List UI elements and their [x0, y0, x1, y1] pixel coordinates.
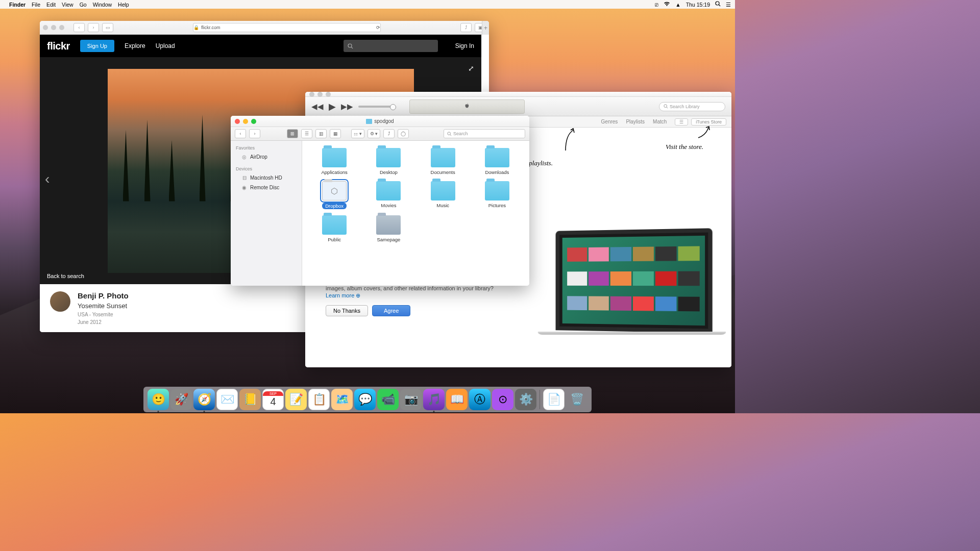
flickr-search-input[interactable] — [344, 40, 438, 52]
library-search-input[interactable]: Search Library — [659, 102, 725, 111]
address-bar[interactable]: 🔒 flickr.com ⟳ — [193, 23, 381, 32]
menu-bar: Finder File Edit View Go Window Help ⎚ ▲… — [0, 0, 735, 9]
back-button[interactable]: ‹ — [74, 23, 85, 32]
zoom-button[interactable] — [59, 25, 64, 30]
dock-contacts[interactable]: 📒 — [239, 389, 261, 410]
minimize-button[interactable] — [243, 119, 248, 124]
author-avatar[interactable] — [50, 291, 70, 312]
view-icon-button[interactable]: ⊞ — [287, 129, 298, 138]
play-button[interactable]: ▶ — [329, 101, 336, 112]
finder-search-input[interactable]: Search — [444, 129, 525, 138]
tags-button[interactable]: ◯ — [398, 129, 409, 138]
dock-mail[interactable]: ✉️ — [216, 389, 238, 410]
dock-calendar[interactable]: SEP 4 — [262, 389, 284, 410]
folder-desktop[interactable]: Desktop — [363, 148, 413, 175]
disk-icon: ⊟ — [241, 174, 248, 181]
learn-more-link[interactable]: Learn more ⊕ — [326, 292, 520, 299]
dock-document[interactable]: 📄 — [543, 389, 565, 410]
view-coverflow-button[interactable]: ▦ — [330, 129, 341, 138]
folder-dropbox[interactable]: Dropbox — [309, 181, 359, 209]
dock-system-preferences[interactable]: ⚙️ — [515, 389, 536, 410]
minimize-button[interactable] — [51, 25, 56, 30]
zoom-button[interactable] — [326, 92, 331, 97]
close-button[interactable] — [43, 25, 48, 30]
sidebar-button[interactable]: ▭ — [102, 23, 113, 32]
fullscreen-icon[interactable]: ⤢ — [468, 64, 474, 72]
author-name[interactable]: Benji P. Photo — [78, 291, 129, 300]
close-button[interactable] — [235, 119, 240, 124]
list-button[interactable]: ☰ — [675, 118, 688, 126]
folder-public[interactable]: Public — [309, 215, 359, 242]
folder-label: Applications — [322, 169, 348, 175]
nav-upload[interactable]: Upload — [156, 42, 175, 49]
airplay-icon[interactable]: ⎚ — [655, 2, 658, 8]
folder-movies[interactable]: Movies — [363, 181, 413, 209]
tab-playlists[interactable]: Playlists — [626, 119, 645, 124]
arrange-button[interactable]: ⚏ ▾ — [351, 129, 364, 138]
forward-button[interactable]: ▶▶ — [341, 102, 353, 111]
wifi-icon[interactable] — [664, 2, 670, 8]
menu-view[interactable]: View — [62, 2, 74, 8]
share-button[interactable]: ⤴ — [383, 129, 395, 138]
menu-help[interactable]: Help — [118, 2, 129, 8]
close-button[interactable] — [309, 92, 314, 97]
dock-reminders[interactable]: 📋 — [308, 389, 330, 410]
dock-safari[interactable]: 🧭 — [193, 389, 215, 410]
prev-photo-button[interactable]: ‹ — [45, 171, 50, 187]
dock-maps[interactable]: 🗺️ — [331, 389, 353, 410]
folder-applications[interactable]: Applications — [309, 148, 359, 175]
volume-icon[interactable]: ▲ — [675, 2, 680, 8]
dock-appstore[interactable]: Ⓐ — [469, 389, 491, 410]
dock-messages[interactable]: 💬 — [354, 389, 376, 410]
dock-facetime[interactable]: 📹 — [377, 389, 399, 410]
flickr-logo[interactable]: flickr — [47, 40, 70, 52]
clock[interactable]: Thu 15:19 — [686, 2, 710, 8]
notification-center-icon[interactable]: ☰ — [726, 2, 731, 8]
folder-documents[interactable]: Documents — [418, 148, 468, 175]
dock-itunes[interactable]: 🎵 — [423, 389, 445, 410]
spotlight-icon[interactable] — [715, 1, 721, 8]
rewind-button[interactable]: ◀◀ — [311, 102, 324, 111]
dock-finder[interactable]: 🙂 — [148, 389, 169, 410]
view-column-button[interactable]: ▥ — [315, 129, 327, 138]
forward-button[interactable]: › — [88, 23, 99, 32]
zoom-button[interactable] — [251, 119, 256, 124]
menu-file[interactable]: File — [32, 2, 40, 8]
back-button[interactable]: ‹ — [235, 129, 246, 138]
dock-photobooth[interactable]: 📷 — [400, 389, 422, 410]
active-app-name[interactable]: Finder — [9, 2, 26, 8]
dock-notes[interactable]: 📝 — [285, 389, 307, 410]
menu-edit[interactable]: Edit — [46, 2, 56, 8]
nav-explore[interactable]: Explore — [125, 42, 145, 49]
forward-button[interactable]: › — [249, 129, 260, 138]
no-thanks-button[interactable]: No Thanks — [326, 305, 368, 316]
share-button[interactable]: ⤴ — [460, 23, 472, 32]
signin-link[interactable]: Sign In — [455, 42, 474, 49]
menu-go[interactable]: Go — [80, 2, 87, 8]
folder-downloads[interactable]: Downloads — [472, 148, 522, 175]
sidebar-airdrop[interactable]: ◎AirDrop — [231, 152, 302, 162]
folder-music[interactable]: Music — [418, 181, 468, 209]
dock-ibooks[interactable]: 📖 — [446, 389, 468, 410]
folder-samepage[interactable]: Samepage — [363, 215, 413, 242]
volume-slider[interactable] — [358, 106, 394, 108]
action-button[interactable]: ⚙ ▾ — [368, 129, 381, 138]
dock-launchpad[interactable]: 🚀 — [170, 389, 192, 410]
finder-file-grid[interactable]: ApplicationsDesktopDocumentsDownloadsDro… — [302, 141, 529, 286]
sidebar-remote-disc[interactable]: ◉Remote Disc — [231, 183, 302, 192]
tab-match[interactable]: Match — [653, 119, 667, 124]
new-tab-button[interactable]: + — [482, 21, 489, 35]
view-list-button[interactable]: ☰ — [301, 129, 312, 138]
signup-button[interactable]: Sign Up — [80, 40, 114, 52]
sidebar-macintosh-hd[interactable]: ⊟Macintosh HD — [231, 173, 302, 183]
back-to-search-link[interactable]: Back to search — [47, 273, 84, 279]
menu-window[interactable]: Window — [93, 2, 112, 8]
agree-button[interactable]: Agree — [372, 305, 410, 316]
minimize-button[interactable] — [317, 92, 323, 97]
dock-trash[interactable]: 🗑️ — [566, 389, 587, 410]
folder-pictures[interactable]: Pictures — [472, 181, 522, 209]
dock-gamecenter[interactable]: ⊙ — [492, 389, 513, 410]
reload-icon[interactable]: ⟳ — [376, 25, 380, 30]
itunes-store-button[interactable]: iTunes Store — [691, 118, 726, 126]
tab-genres[interactable]: Genres — [601, 119, 618, 124]
